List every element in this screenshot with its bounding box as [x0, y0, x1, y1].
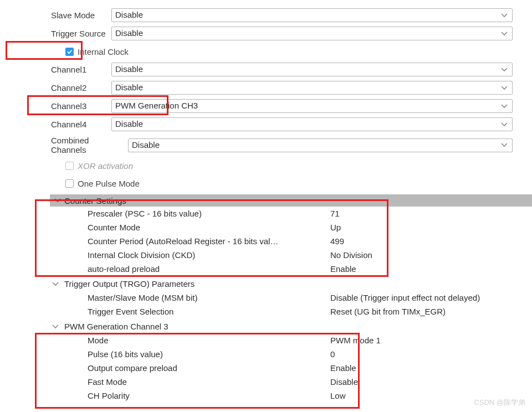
param-counter-period[interactable]: Counter Period (AutoReload Register - 16…	[51, 234, 513, 248]
label-slave-mode: Slave Mode	[51, 11, 111, 20]
select-channel2[interactable]: Disable	[111, 81, 513, 95]
select-value: Disable	[115, 83, 143, 92]
label-xor-activation: XOR activation	[78, 161, 133, 171]
group-title: PWM Generation Channel 3	[62, 322, 168, 331]
select-value: Disable	[132, 140, 160, 150]
param-value: Enable	[327, 264, 513, 274]
param-pwm-pulse[interactable]: Pulse (16 bits value) 0	[51, 347, 513, 361]
param-value: 499	[327, 236, 513, 246]
table-counter-settings: Prescaler (PSC - 16 bits value) 71 Count…	[51, 207, 513, 276]
param-label: Master/Slave Mode (MSM bit)	[51, 293, 327, 302]
param-value: Reset (UG bit from TIMx_EGR)	[327, 307, 513, 316]
param-label: Output compare preload	[51, 363, 327, 373]
label-internal-clock: Internal Clock	[78, 47, 129, 56]
section-title: Counter Settings	[64, 196, 126, 205]
param-value: Disable	[327, 377, 513, 387]
param-value: Up	[327, 223, 513, 232]
row-internal-clock: Internal Clock	[51, 45, 513, 58]
param-value: Enable	[327, 363, 513, 373]
select-trigger-source[interactable]: Disable	[111, 27, 513, 40]
label-channel2: Channel2	[51, 83, 111, 92]
checkbox-xor-activation	[65, 162, 74, 170]
param-prescaler[interactable]: Prescaler (PSC - 16 bits value) 71	[51, 207, 513, 220]
section-header-counter-settings[interactable]: Counter Settings	[50, 194, 532, 207]
param-pwm-fast[interactable]: Fast Mode Disable	[51, 375, 513, 389]
row-channel4: Channel4 Disable	[51, 117, 513, 131]
label-channel3: Channel3	[51, 101, 111, 111]
row-xor-activation: XOR activation	[51, 159, 513, 172]
param-value: Disable (Trigger input effect not delaye…	[327, 293, 513, 302]
param-value: PWM mode 1	[327, 336, 513, 345]
select-value: Disable	[115, 28, 143, 38]
chevron-down-icon	[501, 104, 508, 109]
param-value: 0	[327, 349, 513, 359]
param-label: Trigger Event Selection	[51, 307, 327, 316]
param-value: Low	[327, 391, 513, 400]
param-label: Fast Mode	[51, 377, 327, 387]
label-one-pulse-mode: One Pulse Mode	[78, 179, 140, 188]
param-label: Prescaler (PSC - 16 bits value)	[51, 209, 327, 218]
param-tes[interactable]: Trigger Event Selection Reset (UG bit fr…	[51, 305, 513, 318]
select-value: Disable	[115, 10, 143, 19]
param-value: No Division	[327, 250, 513, 260]
param-pwm-polarity[interactable]: CH Polarity Low	[51, 389, 513, 403]
row-slave-mode: Slave Mode Disable	[51, 8, 513, 22]
row-channel3: Channel3 PWM Generation CH3	[51, 99, 513, 113]
group-pwm-ch3[interactable]: PWM Generation Channel 3	[51, 320, 513, 333]
chevron-down-icon	[501, 32, 508, 36]
checkbox-one-pulse-mode[interactable]	[65, 179, 74, 188]
param-label: Counter Period (AutoReload Register - 16…	[51, 236, 327, 246]
select-channel3[interactable]: PWM Generation CH3	[111, 99, 513, 113]
param-pwm-ocp[interactable]: Output compare preload Enable	[51, 361, 513, 375]
select-value: PWM Generation CH3	[115, 101, 198, 110]
row-channel2: Channel2 Disable	[51, 81, 513, 95]
chevron-down-icon	[501, 68, 508, 72]
label-trigger-source: Trigger Source	[51, 29, 111, 38]
row-trigger-source: Trigger Source Disable	[51, 27, 513, 40]
row-combined-channels: Combined Channels Disable	[51, 136, 513, 154]
chevron-down-icon	[501, 13, 508, 18]
check-icon	[66, 49, 73, 55]
select-value: Disable	[115, 64, 143, 74]
param-msm[interactable]: Master/Slave Mode (MSM bit) Disable (Tri…	[51, 291, 513, 305]
param-label: Counter Mode	[51, 223, 327, 232]
chevron-down-icon	[51, 282, 60, 286]
chevron-down-icon	[51, 325, 60, 329]
select-slave-mode[interactable]: Disable	[111, 8, 513, 22]
param-label: auto-reload preload	[51, 264, 327, 274]
param-counter-mode[interactable]: Counter Mode Up	[51, 220, 513, 234]
group-trgo[interactable]: Trigger Output (TRGO) Parameters	[51, 277, 513, 291]
param-value: 71	[327, 209, 513, 218]
table-pwm-ch3: Mode PWM mode 1 Pulse (16 bits value) 0 …	[51, 333, 513, 403]
label-combined-channels: Combined Channels	[51, 136, 128, 154]
param-label: CH Polarity	[51, 391, 327, 400]
checkbox-internal-clock[interactable]	[65, 48, 74, 56]
config-panel: Slave Mode Disable Trigger Source Disabl…	[0, 0, 532, 411]
param-pwm-mode[interactable]: Mode PWM mode 1	[51, 333, 513, 347]
select-combined-channels[interactable]: Disable	[128, 138, 513, 152]
chevron-down-icon	[501, 143, 508, 147]
select-channel4[interactable]: Disable	[111, 117, 513, 131]
table-trgo: Master/Slave Mode (MSM bit) Disable (Tri…	[51, 291, 513, 318]
group-title: Trigger Output (TRGO) Parameters	[62, 279, 195, 289]
select-channel1[interactable]: Disable	[111, 63, 513, 76]
row-one-pulse-mode: One Pulse Mode	[51, 177, 513, 190]
label-channel4: Channel4	[51, 120, 111, 129]
chevron-down-icon	[501, 86, 508, 90]
param-ckd[interactable]: Internal Clock Division (CKD) No Divisio…	[51, 248, 513, 262]
chevron-down-icon	[501, 122, 508, 127]
param-label: Pulse (16 bits value)	[51, 349, 327, 359]
select-value: Disable	[115, 119, 143, 128]
row-channel1: Channel1 Disable	[51, 63, 513, 76]
param-label: Mode	[51, 336, 327, 345]
param-label: Internal Clock Division (CKD)	[51, 250, 327, 260]
label-channel1: Channel1	[51, 65, 111, 74]
param-arpe[interactable]: auto-reload preload Enable	[51, 262, 513, 276]
chevron-down-icon	[53, 198, 62, 203]
